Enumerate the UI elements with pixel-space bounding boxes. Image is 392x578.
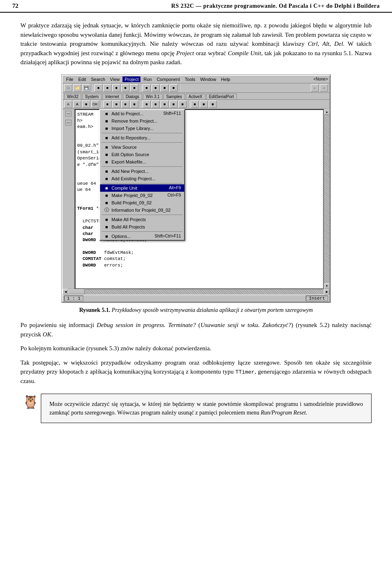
toolbar-b5[interactable]: ■: [130, 84, 138, 92]
menu-component[interactable]: Component: [155, 76, 182, 82]
tb2-15[interactable]: ■: [200, 101, 208, 108]
menu-tools[interactable]: Tools: [183, 76, 198, 82]
tab-win31[interactable]: Win 3.1: [143, 94, 163, 99]
toolbar-open[interactable]: 📁: [73, 84, 81, 92]
menu-edit[interactable]: Edit: [76, 76, 88, 82]
tb2-16[interactable]: ■: [209, 101, 217, 108]
menu-item-import-type-library[interactable]: ■ Import Type Library...: [100, 125, 184, 132]
toolbar-b8[interactable]: ■: [160, 84, 169, 92]
toolbar-sep3: [179, 85, 180, 91]
scroll-h-track[interactable]: [85, 289, 324, 294]
paragraph-2: Po pojawieniu się informacji Debug sessi…: [20, 320, 372, 339]
menu-item-build-projekt[interactable]: ■ Build Projekt_09_02: [100, 199, 184, 206]
menu-window[interactable]: Window: [198, 76, 218, 82]
editor-line: DWORD errors;: [77, 262, 321, 269]
toolbar-nav-fwd[interactable]: →: [320, 84, 328, 92]
scroll-up-btn[interactable]: ▲: [324, 109, 330, 115]
remove-icon: ■: [103, 118, 110, 124]
tb2-11[interactable]: ■: [160, 101, 169, 108]
tb2-9[interactable]: ■: [143, 101, 151, 108]
tab-dialogs[interactable]: Dialogs: [123, 94, 142, 99]
menu-view[interactable]: View: [108, 76, 122, 82]
menu-help[interactable]: Help: [219, 76, 232, 82]
menu-file[interactable]: File: [64, 76, 76, 82]
menu-search[interactable]: Search: [89, 76, 107, 82]
tb2-12[interactable]: ■: [169, 101, 178, 108]
toolbar-b6[interactable]: ■: [143, 84, 151, 92]
left-btn-1[interactable]: —: [65, 111, 71, 116]
owl-icon: 🦉: [22, 395, 39, 408]
tb2-4[interactable]: OK: [91, 101, 99, 108]
toolbar-save[interactable]: 💾: [82, 84, 90, 92]
toolbar-b7[interactable]: ■: [151, 84, 160, 92]
menu-item-build-all[interactable]: ■ Build All Projects: [100, 223, 184, 231]
menu-item-options[interactable]: ■ Options... Shift+Ctrl+F11: [100, 233, 184, 240]
tb2-sep3: [188, 101, 189, 108]
screenshot-container: File Edit Search View Project Run Compon…: [61, 74, 331, 303]
note-box: Może oczywiście zdarzyć się sytuacja, w …: [41, 394, 372, 423]
tb2-13[interactable]: ■: [178, 101, 187, 108]
scroll-left-btn[interactable]: ◀: [62, 289, 68, 295]
tb2-14[interactable]: ■: [191, 101, 199, 108]
tb2-8[interactable]: ■: [130, 101, 138, 108]
toolbar-b3[interactable]: ■: [112, 84, 120, 92]
project-dropdown-menu[interactable]: ■ Add to Project... Shift+F11 ■ Remove f…: [99, 109, 185, 241]
editor-line: DWORD fdwEvtMask;: [77, 250, 321, 256]
menu-item-view-source[interactable]: ■ View Source: [100, 143, 184, 151]
scroll-right-btn[interactable]: ▶: [324, 289, 330, 295]
tb2-2[interactable]: A: [73, 101, 81, 108]
tab-editserialport[interactable]: EditSerialPort: [206, 94, 237, 99]
toolbar-sep2: [140, 85, 141, 91]
tb2-10[interactable]: ■: [151, 101, 160, 108]
vertical-scrollbar[interactable]: ▲ ▼: [324, 109, 330, 289]
menu-project[interactable]: Project: [122, 76, 140, 82]
menubar: File Edit Search View Project Run Compon…: [62, 76, 330, 83]
menu-item-export-makefile[interactable]: ■ Export Makefile...: [100, 158, 184, 166]
toolbar-b4[interactable]: ■: [121, 84, 129, 92]
toolbar-new[interactable]: □: [64, 84, 72, 92]
menu-item-compile-unit[interactable]: ■ Compile Unit Alt+F9: [100, 184, 184, 192]
page-number: 72: [12, 2, 18, 9]
scroll-thumb[interactable]: [68, 289, 85, 294]
horizontal-scrollbar[interactable]: ◀ ▶: [62, 289, 330, 295]
figure-description: Przykładowy sposób wstrzymywania działan…: [112, 307, 313, 313]
menu-item-add-existing-project[interactable]: ■ Add Existing Project...: [100, 175, 184, 182]
tb2-3[interactable]: ■: [82, 101, 90, 108]
menu-item-edit-option-source[interactable]: ■ Edit Option Source: [100, 151, 184, 158]
toolbar-b1[interactable]: ■: [94, 84, 102, 92]
menu-run[interactable]: Run: [141, 76, 154, 82]
menu-sep-6: [102, 231, 183, 232]
menu-item-remove-from-project[interactable]: ■ Remove from Project...: [100, 117, 184, 125]
ide-window: File Edit Search View Project Run Compon…: [62, 75, 330, 302]
scroll-down-btn[interactable]: ▼: [324, 283, 330, 289]
figure-number: Rysunek 5.1.: [79, 307, 110, 313]
toolbar-b2[interactable]: ■: [103, 84, 111, 92]
menu-sep-4: [102, 183, 183, 184]
tab-win32[interactable]: Win32: [64, 94, 81, 99]
menu-item-add-new-project[interactable]: ■ Add New Project...: [100, 168, 184, 175]
toolbar-b9[interactable]: ■: [169, 84, 178, 92]
tab-samples[interactable]: Samples: [163, 94, 185, 99]
tab-system[interactable]: System: [82, 94, 101, 99]
menu-sep-5: [102, 215, 183, 215]
main-area: — — STREAM h> eam.h> 09_02.h" (smart_ini…: [62, 109, 330, 289]
toolbar-row1: □ 📁 💾 ■ ■ ■ ■ ■ ■ ■ ■ ■ ← →: [62, 83, 330, 93]
menu-item-information[interactable]: ⓘ Information for Projekt_09_02: [100, 206, 184, 214]
tb2-5[interactable]: ■: [103, 101, 111, 108]
menu-item-add-to-repository[interactable]: ■ Add to Repository...: [100, 134, 184, 141]
menu-sep-3: [102, 166, 183, 167]
left-btn-2[interactable]: —: [65, 120, 71, 125]
menu-item-make-projekt[interactable]: ■ Make Projekt_09_02 Ctrl+F9: [100, 192, 184, 199]
note-text: Może oczywiście zdarzyć się sytuacja, w …: [49, 401, 363, 416]
options-icon: ■: [103, 233, 110, 239]
tb2-6[interactable]: ■: [112, 101, 120, 108]
figure-caption: Rysunek 5.1. Przykładowy sposób wstrzymy…: [20, 306, 372, 314]
scroll-track[interactable]: [325, 115, 330, 283]
menu-item-add-to-project[interactable]: ■ Add to Project... Shift+F11: [100, 110, 184, 117]
tb2-1[interactable]: A: [64, 101, 72, 108]
toolbar-nav-back[interactable]: ←: [311, 84, 319, 92]
tb2-7[interactable]: ■: [121, 101, 129, 108]
menu-item-make-all[interactable]: ■ Make All Projects: [100, 216, 184, 223]
tab-internet[interactable]: Internet: [102, 94, 122, 99]
tab-activex[interactable]: ActiveX: [186, 94, 205, 99]
